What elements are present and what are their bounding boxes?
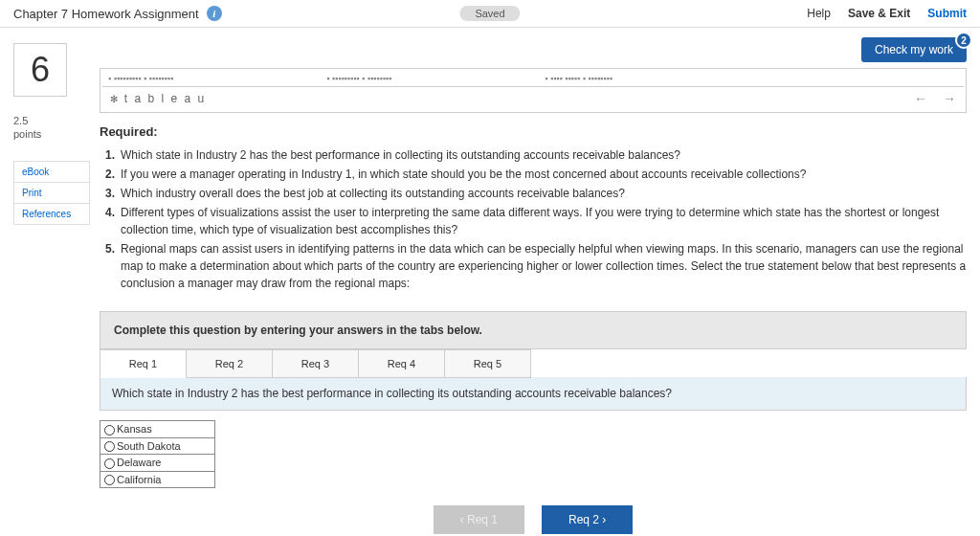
- prev-req-button[interactable]: ‹ Req 1: [434, 505, 524, 534]
- req-item-4: Different types of visualizations assist…: [121, 204, 967, 238]
- assignment-title: Chapter 7 Homework Assignment: [13, 7, 199, 21]
- req-item-1: Which state in Industry 2 has the best p…: [121, 146, 967, 164]
- option-delaware[interactable]: Delaware: [100, 455, 215, 472]
- radio-icon: [104, 425, 115, 436]
- resource-links: eBook Print References: [13, 161, 90, 225]
- req-nav: ‹ Req 1 Req 2 ›: [100, 505, 967, 536]
- tableau-back-icon[interactable]: ←: [914, 91, 927, 106]
- radio-icon: [104, 458, 115, 469]
- check-badge: 2: [955, 32, 972, 49]
- info-icon[interactable]: i: [207, 6, 222, 21]
- tableau-tabs: ▪ ▪▪▪▪▪▪▪▪▪ ▪ ▪▪▪▪▪▪▪▪▪ ▪▪▪▪▪▪▪▪▪ ▪ ▪▪▪▪…: [102, 71, 964, 86]
- ebook-link[interactable]: eBook: [13, 161, 90, 182]
- required-heading: Required:: [100, 124, 967, 139]
- required-list: 1.Which state in Industry 2 has the best…: [100, 146, 967, 292]
- current-question: Which state in Industry 2 has the best p…: [100, 377, 967, 411]
- points-display: 2.5 points: [13, 114, 90, 142]
- req-item-3: Which industry overall does the best job…: [121, 185, 967, 202]
- check-label: Check my work: [875, 43, 953, 56]
- req-item-5: Regional maps can assist users in identi…: [121, 240, 967, 292]
- save-exit-link[interactable]: Save & Exit: [848, 7, 910, 20]
- radio-icon: [104, 441, 115, 452]
- points-label: points: [13, 128, 41, 140]
- help-link[interactable]: Help: [807, 7, 831, 20]
- next-req-button[interactable]: Req 2 ›: [542, 505, 633, 534]
- tableau-embed: ▪ ▪▪▪▪▪▪▪▪▪ ▪ ▪▪▪▪▪▪▪▪▪ ▪▪▪▪▪▪▪▪▪ ▪ ▪▪▪▪…: [100, 68, 967, 113]
- tab-req-4[interactable]: Req 4: [359, 349, 445, 378]
- radio-icon: [104, 475, 115, 485]
- tab-req-1[interactable]: Req 1: [100, 349, 187, 378]
- tableau-logo: t a b l e a u: [110, 92, 206, 105]
- submit-link[interactable]: Submit: [927, 7, 967, 20]
- tab-req-5[interactable]: Req 5: [445, 349, 531, 378]
- topbar-actions: Help Save & Exit Submit: [807, 7, 967, 20]
- option-california[interactable]: California: [100, 471, 215, 488]
- saved-indicator: Saved: [459, 6, 520, 21]
- req-tabstrip: Req 1 Req 2 Req 3 Req 4 Req 5: [100, 349, 967, 378]
- references-link[interactable]: References: [13, 203, 90, 225]
- points-value: 2.5: [13, 115, 28, 126]
- tab-req-2[interactable]: Req 2: [187, 349, 273, 378]
- complete-instruction: Complete this question by entering your …: [100, 311, 967, 349]
- option-kansas[interactable]: Kansas: [100, 421, 215, 438]
- print-link[interactable]: Print: [13, 182, 90, 203]
- answer-options: Kansas South Dakota Delaware California: [100, 420, 215, 488]
- tab-req-3[interactable]: Req 3: [273, 349, 359, 378]
- question-number: 6: [13, 43, 67, 97]
- option-south-dakota[interactable]: South Dakota: [100, 437, 215, 455]
- top-bar: Chapter 7 Homework Assignment i Saved He…: [0, 0, 980, 28]
- req-item-2: If you were a manager operating in Indus…: [121, 166, 967, 183]
- check-my-work-button[interactable]: Check my work 2: [861, 37, 967, 62]
- tableau-forward-icon[interactable]: →: [943, 91, 956, 106]
- left-sidebar: 6 2.5 points eBook Print References: [13, 37, 90, 536]
